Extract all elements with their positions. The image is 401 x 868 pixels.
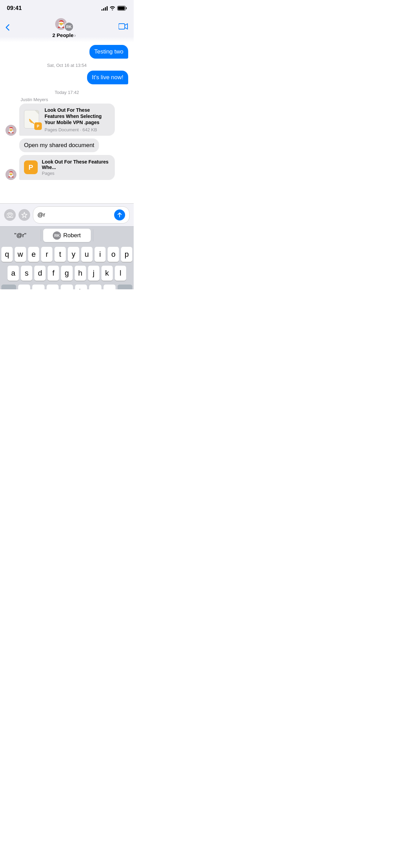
key-z[interactable]: z — [18, 285, 31, 289]
key-b[interactable]: b — [75, 285, 87, 289]
autocomplete-name: Robert — [63, 232, 81, 239]
key-e[interactable]: e — [28, 247, 39, 262]
key-r[interactable]: r — [41, 247, 52, 262]
message-doc-attachment: 🎅 P Look Out For These Fe — [5, 104, 128, 136]
status-bar: 09:41 — [0, 0, 134, 14]
doc-meta: Pages Document · 642 KB — [45, 127, 110, 132]
header: 🎅 RK 2 People › — [0, 14, 134, 42]
status-icons — [101, 6, 127, 11]
pages-link-bubble[interactable]: P Look Out For These Features Whe... Pag… — [19, 155, 115, 180]
send-button[interactable] — [114, 209, 125, 220]
key-d[interactable]: d — [34, 266, 46, 281]
sender-name: Justin Meyers — [21, 97, 128, 102]
autocomplete-robert[interactable]: RK Robert — [43, 229, 91, 242]
signal-icon — [101, 6, 108, 11]
svg-rect-3 — [119, 24, 125, 29]
pages-app-icon: P — [24, 160, 38, 174]
key-j[interactable]: j — [88, 266, 99, 281]
key-v[interactable]: v — [61, 285, 73, 289]
battery-icon — [117, 6, 127, 11]
key-o[interactable]: o — [108, 247, 119, 262]
key-u[interactable]: u — [81, 247, 93, 262]
back-button[interactable] — [5, 24, 10, 31]
message-open-doc: Open my shared document — [19, 138, 128, 152]
group-name-label: 2 People — [52, 32, 74, 38]
autocomplete-literal-text: "@r" — [14, 232, 26, 239]
message-input-wrap[interactable] — [33, 206, 130, 224]
message-live-now: It's live now! — [5, 71, 128, 84]
doc-bubble[interactable]: P Look Out For These Features When Selec… — [19, 104, 115, 136]
autocomplete-empty — [93, 227, 134, 244]
header-center: 🎅 RK 2 People › — [52, 16, 76, 38]
header-title[interactable]: 2 People › — [52, 32, 76, 38]
key-f[interactable]: f — [48, 266, 59, 281]
svg-rect-1 — [126, 7, 127, 9]
key-s[interactable]: s — [21, 266, 32, 281]
message-input[interactable] — [37, 212, 114, 218]
outgoing-bubble: Testing two — [89, 45, 128, 59]
keyboard-row-2: a s d f g h j k l — [1, 266, 132, 281]
backspace-key[interactable]: ⌫ — [118, 285, 132, 289]
key-c[interactable]: c — [47, 285, 59, 289]
message-text: Testing two — [94, 48, 123, 55]
message-testing-two: Testing two — [5, 42, 128, 59]
avatar-secondary: RK — [64, 22, 74, 32]
autocomplete-divider — [41, 229, 41, 241]
doc-corner — [35, 110, 39, 114]
avatar-group[interactable]: 🎅 RK — [54, 16, 74, 32]
pages-badge: P — [34, 122, 42, 130]
avatar-sender-2: 🎅 — [5, 169, 16, 180]
key-i[interactable]: i — [95, 247, 106, 262]
keyboard-row-1: q w e r t y u i o p — [1, 247, 132, 262]
facetime-button[interactable] — [119, 23, 128, 32]
key-p[interactable]: p — [121, 247, 132, 262]
chevron-right-icon: › — [74, 33, 76, 38]
key-g[interactable]: g — [61, 266, 72, 281]
status-time: 09:41 — [7, 5, 22, 12]
pages-link-title: Look Out For These Features Whe... — [42, 159, 110, 170]
autocomplete-bar: "@r" RK Robert — [0, 226, 134, 244]
key-w[interactable]: w — [15, 247, 26, 262]
doc-info: Look Out For These Features When Selecti… — [45, 107, 110, 132]
key-n[interactable]: n — [89, 285, 101, 289]
avatar-sender: 🎅 — [5, 125, 16, 136]
keyboard-row-3: ⇧ z x c v b n m ⌫ — [1, 285, 132, 289]
doc-title: Look Out For These Features When Selecti… — [45, 107, 110, 126]
keyboard: q w e r t y u i o p a s d f g h j k l ⇧ … — [0, 244, 134, 289]
incoming-text-bubble: Open my shared document — [19, 138, 99, 152]
key-a[interactable]: a — [8, 266, 19, 281]
input-area — [0, 203, 134, 226]
key-x[interactable]: x — [32, 285, 45, 289]
key-k[interactable]: k — [101, 266, 113, 281]
doc-icon: P — [24, 110, 40, 129]
key-t[interactable]: t — [54, 247, 66, 262]
message-text: It's live now! — [92, 74, 123, 81]
shift-key[interactable]: ⇧ — [1, 285, 16, 289]
pages-link-info: Look Out For These Features Whe... Pages — [42, 159, 110, 176]
svg-point-6 — [9, 214, 11, 217]
key-m[interactable]: m — [104, 285, 116, 289]
key-l[interactable]: l — [115, 266, 126, 281]
timestamp-sat: Sat, Oct 16 at 13:54 — [5, 63, 128, 68]
wifi-icon — [110, 6, 115, 10]
key-q[interactable]: q — [1, 247, 13, 262]
outgoing-bubble-2: It's live now! — [87, 71, 128, 84]
camera-button[interactable] — [4, 209, 16, 221]
timestamp-today: Today 17:42 — [5, 90, 128, 95]
key-y[interactable]: y — [68, 247, 79, 262]
rk-badge: RK — [53, 231, 61, 240]
pages-link-sub: Pages — [42, 171, 110, 176]
autocomplete-literal[interactable]: "@r" — [0, 227, 41, 244]
key-h[interactable]: h — [75, 266, 86, 281]
svg-rect-2 — [118, 7, 125, 10]
app-store-button[interactable] — [19, 209, 30, 221]
doc-attachment: P Look Out For These Features When Selec… — [24, 107, 110, 132]
message-pages-link: 🎅 P Look Out For These Features Whe... P… — [5, 155, 128, 180]
messages-area: Testing two Sat, Oct 16 at 13:54 It's li… — [0, 42, 134, 203]
